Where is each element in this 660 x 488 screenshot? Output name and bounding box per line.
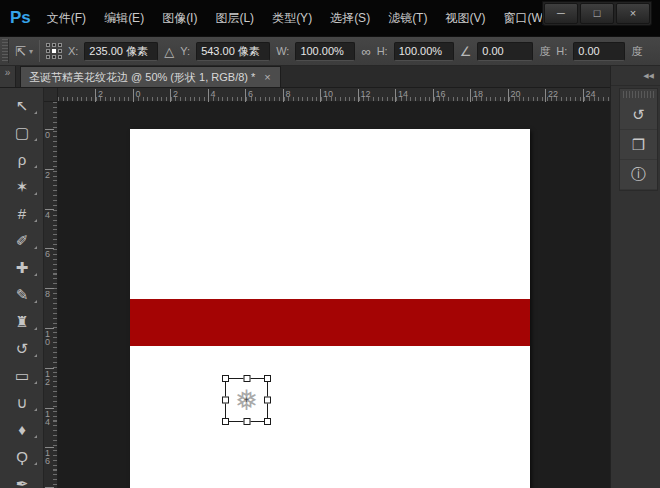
angle-unit-label: 度 — [539, 44, 550, 59]
x-label: X: — [68, 45, 78, 57]
reference-point-locator[interactable] — [46, 43, 62, 59]
move-tool[interactable]: ↖ — [0, 92, 44, 119]
close-button[interactable]: × — [616, 3, 650, 24]
menu-view[interactable]: 视图(V) — [443, 7, 487, 30]
menu-edit[interactable]: 编辑(E) — [102, 7, 146, 30]
lasso-tool[interactable]: ρ — [0, 146, 44, 173]
threed-panel-button[interactable]: ❒ — [620, 130, 657, 160]
paint-bucket-tool[interactable]: ∪ — [0, 389, 44, 416]
menu-layer[interactable]: 图层(L) — [213, 7, 256, 30]
vertical-ruler[interactable]: 024681012141618 — [44, 102, 58, 488]
reference-point[interactable] — [46, 49, 50, 53]
menu-bar: Ps 文件(F)编辑(E)图像(I)图层(L)类型(Y)选择(S)滤镜(T)视图… — [0, 0, 660, 36]
options-bar-grip[interactable] — [2, 39, 9, 63]
y-position-field[interactable] — [196, 42, 270, 61]
main-menu: 文件(F)编辑(E)图像(I)图层(L)类型(Y)选择(S)滤镜(T)视图(V)… — [45, 7, 549, 30]
ruler-label: 12 — [358, 89, 371, 102]
tool-preset-icon[interactable]: ⇱ — [15, 44, 26, 59]
ruler-label: 2 — [45, 169, 54, 179]
dock-collapse-icon[interactable]: ◀◀ — [611, 66, 660, 86]
ruler-corner — [44, 88, 58, 102]
horizontal-ruler[interactable]: 2024681012141618202224 — [58, 88, 610, 102]
menu-file[interactable]: 文件(F) — [45, 7, 88, 30]
panel-dock: ◀◀ ↺❒ⓘ — [610, 66, 660, 488]
eraser-tool[interactable]: ▭ — [0, 362, 44, 389]
ruler-label: 6 — [45, 248, 54, 258]
menu-image[interactable]: 图像(I) — [160, 7, 199, 30]
tab-close-icon[interactable]: × — [263, 71, 271, 83]
history-brush-tool[interactable]: ↺ — [0, 335, 44, 362]
reference-point[interactable] — [52, 55, 56, 59]
x-position-field[interactable] — [84, 42, 158, 61]
transform-handle-nw[interactable] — [222, 375, 229, 382]
ruler-label: 24 — [583, 89, 596, 102]
reference-point[interactable] — [46, 55, 50, 59]
rectangular-marquee-tool[interactable]: ▢ — [0, 119, 44, 146]
skew-h-field[interactable] — [573, 42, 625, 61]
minimize-button[interactable]: ─ — [544, 3, 578, 24]
document-canvas[interactable]: ❅ + — [130, 129, 530, 488]
relative-position-icon[interactable]: △ — [164, 44, 174, 59]
reference-point[interactable] — [52, 43, 56, 47]
ruler-label: 2 — [170, 89, 178, 102]
history-panel-button[interactable]: ↺ — [620, 100, 657, 130]
reference-point-center[interactable] — [52, 49, 56, 53]
transform-handle-se[interactable] — [264, 418, 271, 425]
ruler-label: 16 — [433, 89, 446, 102]
transform-handle-e[interactable] — [264, 397, 271, 404]
ruler-label: 10 — [320, 89, 333, 102]
document-tab[interactable]: 圣诞节精美花纹花边 @ 50% (形状 1, RGB/8) * × — [20, 66, 281, 87]
toolbar-expand-icon[interactable]: » — [0, 66, 16, 87]
pen-tool[interactable]: ✒ — [0, 470, 44, 488]
width-label: W: — [276, 45, 289, 57]
canvas-viewport[interactable]: ❅ + — [58, 102, 610, 488]
ruler-label: 20 — [508, 89, 521, 102]
rotation-angle-field[interactable] — [477, 42, 533, 61]
ruler-label: 4 — [208, 89, 216, 102]
window-controls: ─ □ × — [542, 1, 652, 26]
ps-logo: Ps — [10, 8, 31, 28]
options-separator — [39, 40, 40, 62]
spot-healing-brush-tool[interactable]: ✚ — [0, 254, 44, 281]
rotate-angle-icon: ∠ — [460, 44, 472, 59]
reference-point[interactable] — [58, 55, 62, 59]
dock-grip[interactable] — [623, 91, 654, 98]
ruler-label: 0 — [133, 89, 141, 102]
clone-stamp-tool[interactable]: ♜ — [0, 308, 44, 335]
ruler-label: 14 — [395, 89, 408, 102]
reference-point[interactable] — [46, 43, 50, 47]
ruler-label: 14 — [45, 408, 54, 426]
link-dimensions-icon[interactable]: ∞ — [361, 44, 370, 59]
panel-buttons: ↺❒ⓘ — [619, 88, 658, 191]
crop-tool[interactable]: # — [0, 200, 44, 227]
magic-wand-tool[interactable]: ✶ — [0, 173, 44, 200]
ruler-label: 8 — [45, 288, 54, 298]
eyedropper-tool[interactable]: ✐ — [0, 227, 44, 254]
ruler-label: 8 — [283, 89, 291, 102]
width-field[interactable] — [295, 42, 355, 61]
transform-center-point[interactable]: + — [244, 396, 249, 405]
menu-type[interactable]: 类型(Y) — [270, 7, 314, 30]
transform-handle-ne[interactable] — [264, 375, 271, 382]
dodge-tool[interactable]: Ϙ — [0, 443, 44, 470]
transform-selection[interactable]: ❅ + — [222, 375, 271, 425]
ruler-label: 0 — [45, 129, 54, 139]
reference-point[interactable] — [58, 49, 62, 53]
transform-handle-s[interactable] — [243, 418, 250, 425]
blur-tool[interactable]: ♦ — [0, 416, 44, 443]
transform-handle-w[interactable] — [222, 397, 229, 404]
document-tab-title: 圣诞节精美花纹花边 @ 50% (形状 1, RGB/8) * — [29, 70, 255, 85]
menu-select[interactable]: 选择(S) — [328, 7, 372, 30]
transform-handle-n[interactable] — [243, 375, 250, 382]
menu-filter[interactable]: 滤镜(T) — [386, 7, 429, 30]
tool-preset-caret-icon[interactable]: ▾ — [29, 47, 33, 56]
transform-handle-sw[interactable] — [222, 418, 229, 425]
red-stripe-shape — [130, 299, 530, 346]
height-field[interactable] — [394, 42, 454, 61]
info-panel-button[interactable]: ⓘ — [620, 160, 657, 190]
skew-h-unit-label: 度 — [631, 44, 642, 59]
ruler-label: 2 — [95, 89, 103, 102]
maximize-button[interactable]: □ — [580, 3, 614, 24]
brush-tool[interactable]: ✎ — [0, 281, 44, 308]
reference-point[interactable] — [58, 43, 62, 47]
